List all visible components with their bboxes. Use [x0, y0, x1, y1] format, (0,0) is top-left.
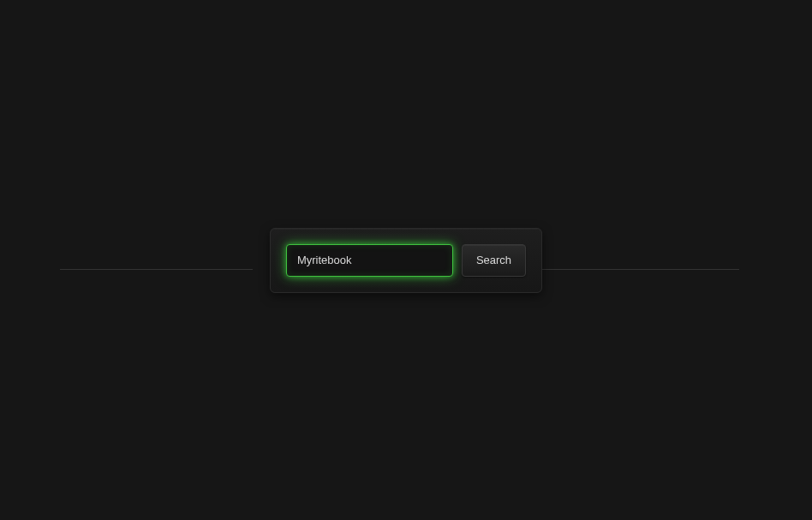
search-input[interactable]	[286, 244, 453, 277]
divider-line-right	[529, 269, 739, 270]
search-button[interactable]: Search	[462, 244, 526, 277]
search-panel: Search	[270, 228, 542, 293]
divider-line-left	[60, 269, 253, 270]
